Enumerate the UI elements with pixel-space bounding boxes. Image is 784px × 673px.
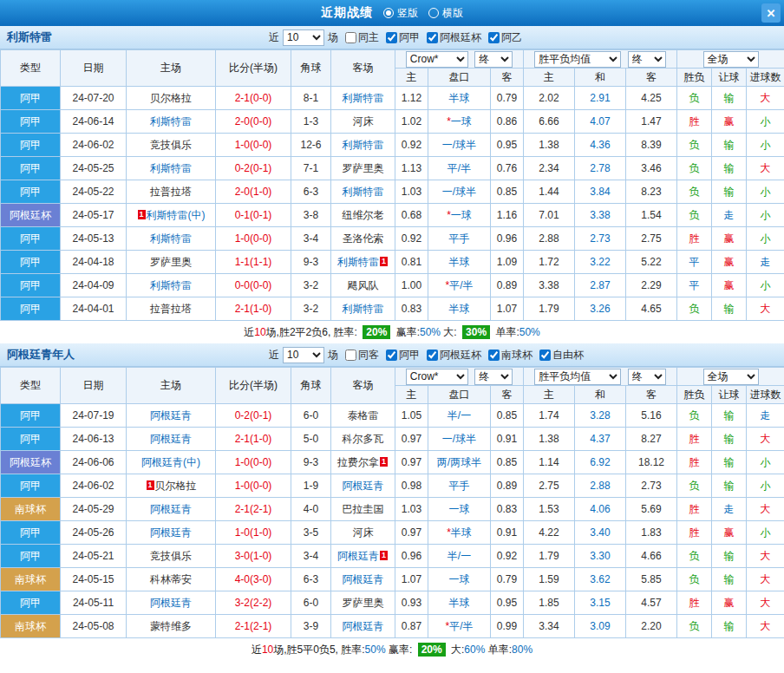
- odds-company-select[interactable]: Crow*: [406, 51, 468, 68]
- view-horizontal-radio[interactable]: 横版: [428, 6, 463, 21]
- odds-stage-select[interactable]: 终: [474, 51, 513, 68]
- away-team: 巴拉圭国: [331, 498, 395, 521]
- away-team: 纽维尔老: [331, 204, 395, 227]
- result-wdl: 胜: [677, 498, 712, 521]
- col-handicap-result: 让球: [712, 386, 747, 404]
- filter-checkbox[interactable]: [488, 32, 500, 43]
- red-card-badge: 1: [138, 210, 146, 219]
- corner-count: 3-9: [291, 615, 331, 638]
- euro-home-odds: 3.38: [524, 274, 575, 297]
- euro-home-odds: 2.34: [524, 157, 575, 180]
- col-home: 主场: [127, 368, 216, 404]
- filter-option: 阿根廷杯: [420, 30, 481, 45]
- euro-home-odds: 1.74: [524, 404, 575, 428]
- euro-odds-select[interactable]: 胜平负均值: [534, 369, 621, 385]
- away-team: 利斯特雷: [331, 297, 395, 321]
- filter-checkbox[interactable]: [386, 32, 397, 43]
- asia-handicap: 两/两球半: [428, 451, 491, 474]
- red-card-badge: 1: [380, 257, 388, 266]
- corner-count: 1-9: [291, 474, 331, 498]
- match-row: 阿甲24-07-19阿根廷青0-2(0-1)6-0泰格雷1.05半/一0.851…: [1, 404, 784, 428]
- asia-away-odds: 0.95: [491, 591, 524, 615]
- away-team: 拉费尔拿1: [331, 451, 395, 474]
- home-team: 拉普拉塔: [127, 180, 216, 204]
- recent-count-select[interactable]: 10: [283, 29, 324, 46]
- team-name: 泰格雷: [348, 409, 379, 421]
- filter-checkbox[interactable]: [345, 32, 356, 43]
- euro-away-odds: 5.69: [626, 498, 677, 521]
- euro-stage-select[interactable]: 终: [628, 51, 666, 68]
- scope-select[interactable]: 全场: [703, 51, 759, 68]
- odds-stage-select[interactable]: 终: [474, 369, 513, 385]
- home-team: 1贝尔格拉: [127, 474, 216, 498]
- asia-away-odds: 0.79: [491, 568, 524, 591]
- match-date: 24-07-19: [61, 404, 127, 428]
- home-team: 利斯特雷: [127, 157, 216, 180]
- col-corner: 角球: [291, 50, 331, 87]
- result-wdl: 负: [677, 297, 712, 321]
- league-badge: 南球杯: [1, 615, 61, 638]
- match-row: 阿甲24-07-20贝尔格拉2-1(0-0)8-1利斯特雷1.12半球0.792…: [1, 87, 784, 110]
- filter-checkbox[interactable]: [345, 350, 356, 361]
- radio-unselected-icon[interactable]: [428, 8, 439, 18]
- euro-draw-odds: 3.28: [575, 404, 626, 428]
- radio-selected-icon[interactable]: [383, 8, 394, 18]
- team-name: 阿根廷青: [150, 503, 192, 515]
- away-team: 利斯特雷: [331, 134, 395, 157]
- stats-text: 10: [262, 644, 273, 656]
- col-euro-away: 客: [626, 386, 677, 404]
- asia-handicap: 半球: [428, 591, 491, 615]
- euro-away-odds: 2.75: [626, 227, 677, 251]
- euro-stage-select[interactable]: 终: [628, 369, 666, 385]
- euro-home-odds: 2.88: [524, 227, 575, 251]
- stats-text: 场,胜5平0负5, 胜率:: [273, 643, 364, 657]
- odds-company-select[interactable]: Crow*: [406, 369, 468, 385]
- match-score: 2-1(2-1): [216, 615, 291, 638]
- result-wdl: 负: [677, 134, 712, 157]
- col-asia-home: 主: [395, 69, 428, 87]
- asia-handicap: 平/半: [428, 157, 491, 180]
- recent-count-select[interactable]: 10: [283, 347, 324, 363]
- result-goals: 大: [747, 87, 784, 110]
- view-vertical-radio[interactable]: 竖版: [383, 6, 418, 21]
- scope-select[interactable]: 全场: [703, 369, 759, 385]
- home-team: 蒙特维多: [127, 615, 216, 638]
- match-row: 阿甲24-05-13利斯特雷1-0(0-0)3-4圣洛伦索0.92平手0.962…: [1, 227, 784, 251]
- result-handicap: 赢: [712, 110, 747, 134]
- asia-away-odds: 0.92: [491, 545, 524, 568]
- filter-checkbox[interactable]: [386, 350, 397, 361]
- euro-odds-select[interactable]: 胜平负均值: [534, 51, 621, 68]
- away-team: 利斯特雷: [331, 180, 395, 204]
- filter-checkbox[interactable]: [427, 350, 438, 361]
- asia-handicap: 半/一: [428, 545, 491, 568]
- league-badge: 阿甲: [1, 404, 61, 428]
- team-name: 利斯特雷: [343, 303, 384, 315]
- close-button[interactable]: ✕: [761, 3, 781, 23]
- result-handicap: 输: [712, 157, 747, 180]
- asia-home-odds: 0.97: [395, 521, 428, 545]
- col-score: 比分(半场): [216, 368, 291, 404]
- league-badge: 阿根廷杯: [1, 451, 61, 474]
- asia-handicap: 半球: [428, 87, 491, 110]
- match-score: 1-0(0-0): [216, 474, 291, 498]
- result-group: 全场: [677, 50, 784, 69]
- stats-text: 近: [252, 643, 262, 657]
- result-goals: 大: [747, 297, 784, 321]
- team-name: 飓风队: [348, 279, 379, 291]
- filter-checkbox[interactable]: [427, 32, 438, 43]
- corner-count: 3-5: [291, 521, 331, 545]
- euro-home-odds: 6.66: [524, 110, 575, 134]
- result-goals: 小: [747, 134, 784, 157]
- league-filters: 同主阿甲阿根廷杯阿乙: [338, 30, 522, 45]
- match-date: 24-05-21: [61, 545, 127, 568]
- filter-checkbox[interactable]: [539, 350, 551, 361]
- team-name: 拉普拉塔: [150, 303, 192, 315]
- team-title: 阿根廷青年人: [7, 347, 269, 363]
- away-team: 利斯特雷1: [331, 251, 395, 274]
- filter-checkbox[interactable]: [488, 350, 500, 361]
- euro-home-odds: 1.44: [524, 180, 575, 204]
- stats-text: 单率:: [493, 325, 519, 340]
- filter-option: 南球杯: [481, 348, 532, 363]
- match-row: 南球杯24-05-08蒙特维多2-1(2-1)3-9阿根廷青0.87*平/半0.…: [1, 615, 784, 638]
- team-name: 阿根廷青: [150, 433, 192, 445]
